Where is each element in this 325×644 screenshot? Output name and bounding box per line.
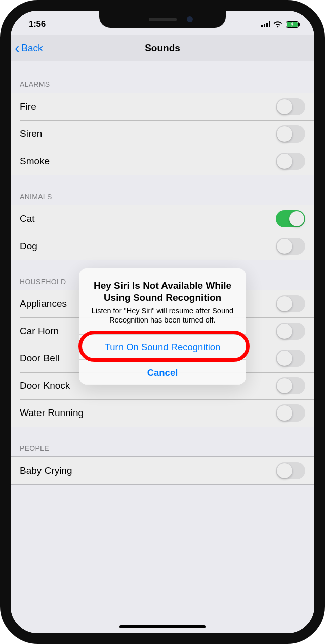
- toggle-smoke[interactable]: [276, 153, 305, 170]
- toggle-door-bell[interactable]: [276, 350, 305, 367]
- row-label: Door Knock: [20, 380, 70, 391]
- row-label: Smoke: [20, 156, 50, 167]
- phone-frame: 1:56: [0, 0, 325, 644]
- row-siren[interactable]: Siren: [11, 120, 314, 148]
- toggle-car-horn[interactable]: [276, 323, 305, 340]
- nav-bar: ‹ Back Sounds: [11, 35, 314, 61]
- alert-cancel-button[interactable]: Cancel: [79, 359, 246, 385]
- alert-message: Listen for "Hey Siri" will resume after …: [88, 306, 237, 325]
- row-label: Fire: [20, 101, 36, 112]
- row-label: Door Bell: [20, 353, 59, 364]
- group-alarms: Fire Siren Smoke: [11, 93, 314, 175]
- row-water-running[interactable]: Water Running: [11, 399, 314, 427]
- group-people: Baby Crying: [11, 456, 314, 485]
- group-animals: Cat Dog: [11, 205, 314, 260]
- toggle-appliances[interactable]: [276, 295, 305, 312]
- toggle-fire[interactable]: [276, 98, 305, 115]
- row-label: Dog: [20, 241, 37, 252]
- toggle-siren[interactable]: [276, 125, 305, 143]
- row-baby-crying[interactable]: Baby Crying: [11, 457, 314, 484]
- toggle-door-knock[interactable]: [276, 377, 305, 394]
- section-header-people: PEOPLE: [11, 427, 314, 456]
- home-indicator[interactable]: [119, 625, 206, 628]
- cellular-signal-icon: [261, 21, 271, 27]
- alert-dialog: Hey Siri Is Not Available While Using So…: [79, 268, 246, 385]
- row-dog[interactable]: Dog: [11, 233, 314, 260]
- section-header-alarms: ALARMS: [11, 61, 314, 93]
- alert-cancel-label: Cancel: [147, 367, 178, 378]
- front-camera: [187, 16, 193, 22]
- toggle-water-running[interactable]: [276, 404, 305, 422]
- back-label: Back: [21, 42, 43, 54]
- status-time: 1:56: [29, 19, 46, 29]
- row-label: Water Running: [20, 407, 84, 419]
- page-title: Sounds: [145, 42, 180, 54]
- speaker-grille: [149, 18, 177, 21]
- row-label: Baby Crying: [20, 465, 72, 476]
- row-fire[interactable]: Fire: [11, 93, 314, 120]
- row-label: Cat: [20, 213, 35, 224]
- wifi-icon: [273, 21, 282, 28]
- battery-icon: [286, 21, 300, 28]
- row-label: Appliances: [20, 298, 67, 309]
- row-cat[interactable]: Cat: [11, 205, 314, 233]
- toggle-cat[interactable]: [276, 210, 305, 227]
- section-header-animals: ANIMALS: [11, 175, 314, 205]
- alert-primary-label: Turn On Sound Recognition: [105, 342, 221, 353]
- toggle-dog[interactable]: [276, 238, 305, 255]
- alert-title: Hey Siri Is Not Available While Using So…: [88, 280, 237, 304]
- row-label: Siren: [20, 128, 42, 140]
- notch: [99, 11, 226, 28]
- row-smoke[interactable]: Smoke: [11, 148, 314, 175]
- chevron-left-icon: ‹: [15, 41, 19, 55]
- back-button[interactable]: ‹ Back: [15, 41, 43, 55]
- alert-primary-button[interactable]: Turn On Sound Recognition: [79, 334, 246, 359]
- row-label: Car Horn: [20, 326, 59, 337]
- toggle-baby-crying[interactable]: [276, 462, 305, 479]
